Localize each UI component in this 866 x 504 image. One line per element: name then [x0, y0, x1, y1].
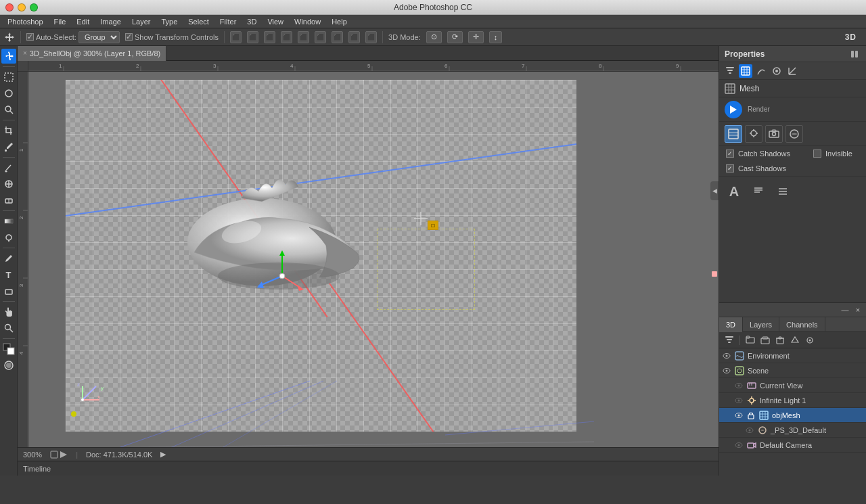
layer-row-environment[interactable]: Environment [719, 348, 866, 363]
menu-view[interactable]: View [263, 15, 288, 28]
menu-filter[interactable]: Filter [215, 15, 241, 28]
menu-photoshop[interactable]: Photoshop [3, 15, 48, 28]
prop-light-icon[interactable] [745, 125, 762, 143]
minimize-window-button[interactable] [18, 3, 26, 12]
pen-tool[interactable] [1, 251, 16, 266]
align-left-button[interactable]: ⬛ [281, 31, 292, 43]
tab-3d[interactable]: 3D [719, 317, 743, 332]
foreground-color[interactable] [1, 342, 16, 357]
layer-row-infinitelight[interactable]: Infinite Light 1 [719, 393, 866, 408]
3d-mode-roll[interactable]: ⟳ [447, 31, 463, 43]
layer-eye-defaultcamera[interactable] [734, 440, 744, 450]
layer-row-scene[interactable]: Scene [719, 363, 866, 378]
align-bottom-right-button[interactable]: ⬛ [365, 31, 377, 43]
autoselect-dropdown[interactable]: Group Layer [78, 31, 120, 43]
layer-eye-currentview[interactable] [734, 381, 744, 390]
layer-row-ps3ddefault[interactable]: _PS_3D_Default [719, 423, 866, 438]
menu-type[interactable]: Type [156, 15, 182, 28]
new-layer-icon[interactable] [759, 334, 771, 346]
menu-layer[interactable]: Layer [127, 15, 156, 28]
type-tool[interactable]: T [1, 267, 16, 282]
align-right-button[interactable]: ⬛ [315, 31, 326, 43]
quick-select-tool[interactable] [1, 102, 16, 117]
align-top-button[interactable]: ⬛ [247, 31, 258, 43]
tab-close-button[interactable]: × [23, 49, 27, 57]
hand-tool[interactable] [1, 304, 16, 319]
coordinates-icon[interactable] [785, 64, 799, 78]
paragraph-panel-icon[interactable] [749, 182, 768, 201]
svg-text:y: y [101, 385, 104, 391]
3d-mode-pan[interactable]: ✛ [468, 31, 484, 43]
right-panel-collapse-button[interactable]: ◀ [710, 181, 719, 200]
mask-mode[interactable] [1, 358, 16, 373]
dodge-burn-tool[interactable] [1, 230, 16, 245]
layer-eye-infinitelight[interactable] [734, 396, 744, 405]
show-transform-checkbox[interactable]: ✓ [125, 33, 133, 41]
menu-file[interactable]: File [49, 15, 71, 28]
deform-icon[interactable] [754, 64, 768, 78]
3d-mode-slide[interactable]: ↕ [489, 31, 503, 43]
panel-close-icon[interactable]: × [852, 304, 863, 315]
brush-tool[interactable] [1, 160, 16, 175]
panel-minimize-icon[interactable]: — [840, 304, 850, 315]
menu-help[interactable]: Help [327, 15, 352, 28]
catch-shadows-checkbox[interactable]: ✓ [726, 150, 734, 158]
document-tab[interactable]: × 3D_ShellObj @ 300% (Layer 1, RGB/8) [18, 46, 166, 61]
prop-camera-icon[interactable] [765, 125, 783, 143]
lasso-tool[interactable] [1, 86, 16, 101]
prop-mesh-icon[interactable] [725, 125, 742, 143]
invisible-checkbox[interactable] [813, 150, 821, 158]
material-icon[interactable] [770, 64, 783, 78]
clone-stamp-tool[interactable] [1, 177, 16, 191]
doc-arrow[interactable]: ▶ [160, 450, 166, 459]
canvas-document[interactable]: □ x y z [66, 80, 576, 432]
menu-3d[interactable]: 3D [242, 15, 261, 28]
marquee-tool[interactable] [1, 70, 16, 85]
filter-layers-icon[interactable] [723, 334, 735, 346]
3d-settings-icon[interactable] [804, 334, 816, 346]
zoom-tool[interactable] [1, 321, 16, 336]
autoselect-checkbox[interactable]: ✓ [26, 33, 34, 41]
menu-select[interactable]: Select [183, 15, 214, 28]
prop-material-icon[interactable] [785, 125, 803, 143]
layer-eye-ps3ddefault[interactable] [745, 426, 754, 435]
filter-icon[interactable] [723, 64, 737, 78]
delete-layer-icon[interactable] [774, 334, 786, 346]
menu-window[interactable]: Window [290, 15, 325, 28]
tools-icon[interactable] [773, 182, 792, 201]
cast-shadows-checkbox[interactable]: ✓ [726, 164, 734, 173]
layer-eye-environment[interactable] [722, 351, 731, 361]
align-top-right-button[interactable]: ⬛ [264, 31, 275, 43]
add-3d-icon[interactable] [789, 334, 801, 346]
align-top-left-button[interactable]: ⬛ [230, 31, 242, 43]
move-tool[interactable] [1, 49, 16, 64]
layer-eye-objmesh[interactable] [734, 411, 744, 420]
tab-channels[interactable]: Channels [779, 317, 825, 332]
align-center-button[interactable]: ⬛ [298, 31, 309, 43]
shape-tool[interactable] [1, 283, 16, 298]
layer-row-currentview[interactable]: Current View [719, 378, 866, 393]
zoom-controls[interactable] [50, 451, 68, 459]
layer-row-defaultcamera[interactable]: Default Camera [719, 438, 866, 453]
collapse-to-icon-button[interactable] [848, 48, 861, 60]
layer-eye-scene[interactable] [722, 366, 731, 375]
character-panel-icon[interactable]: A [725, 182, 744, 201]
align-bottom-button[interactable]: ⬛ [348, 31, 360, 43]
maximize-window-button[interactable] [30, 3, 38, 12]
eraser-tool[interactable] [1, 193, 16, 208]
layer-row-objmesh[interactable]: objMesh [719, 408, 866, 423]
tab-layers[interactable]: Layers [743, 317, 779, 332]
mesh-icon[interactable] [739, 64, 752, 78]
menu-edit[interactable]: Edit [72, 15, 94, 28]
3d-mode-orbit[interactable]: ⊙ [426, 31, 442, 43]
render-play-button[interactable] [725, 101, 742, 118]
crop-tool[interactable] [1, 123, 16, 138]
3d-viewport[interactable]: □ x y z [28, 72, 719, 476]
close-window-button[interactable] [5, 3, 14, 12]
new-group-icon[interactable] [744, 334, 756, 346]
gradient-tool[interactable] [1, 214, 16, 229]
align-bottom-left-button[interactable]: ⬛ [332, 31, 343, 43]
timeline-label[interactable]: Timeline [23, 465, 51, 473]
eyedropper-tool[interactable] [1, 139, 16, 154]
menu-image[interactable]: Image [95, 15, 126, 28]
